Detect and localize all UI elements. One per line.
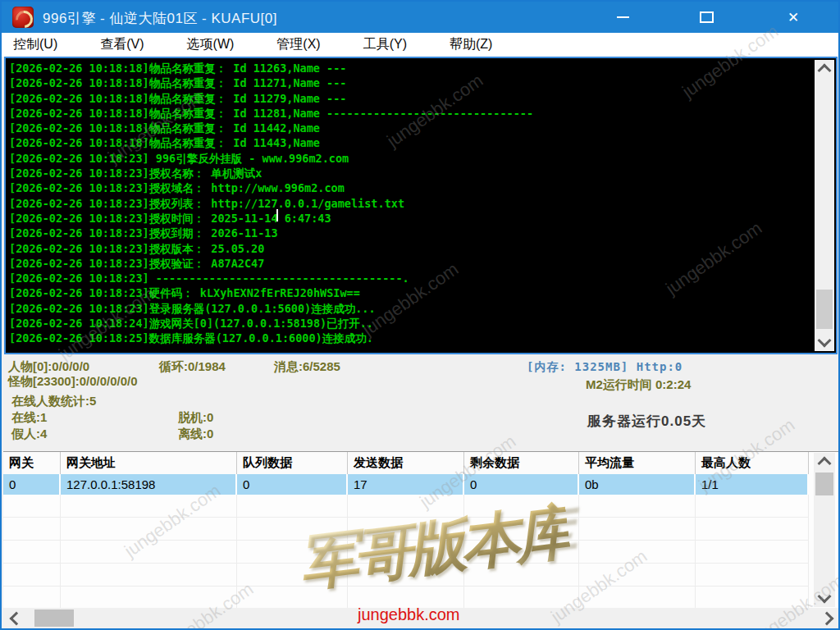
scroll-down-button[interactable] bbox=[815, 333, 834, 351]
status-monsters: 怪物[23300]:0/0/0/0/0/0 bbox=[8, 374, 138, 390]
maximize-icon bbox=[700, 11, 714, 23]
status-online-stats: 在线人数统计:5 bbox=[11, 394, 96, 409]
log-line: [2026-02-26 10:18:23]授权时间： 2025-11-14 6:… bbox=[9, 211, 813, 226]
table-scrollbar[interactable] bbox=[814, 453, 835, 607]
close-button[interactable]: ✕ bbox=[768, 2, 819, 33]
menu-options[interactable]: 选项(W) bbox=[187, 36, 235, 53]
status-characters: 人物[0]:0/0/0/0 bbox=[8, 359, 89, 375]
cell-sent-data: 17 bbox=[348, 474, 464, 495]
scroll-up-button[interactable] bbox=[815, 60, 834, 78]
logo-swirl-icon bbox=[12, 7, 37, 32]
log-line: [2026-02-26 10:18:18]物品名称重复： Id 11281,Na… bbox=[9, 106, 813, 121]
status-disconnected: 离线:0 bbox=[178, 427, 213, 442]
status-server-uptime: 服务器运行0.05天 bbox=[587, 412, 706, 431]
menu-tools[interactable]: 工具(Y) bbox=[363, 36, 407, 53]
chevron-left-icon bbox=[10, 611, 24, 625]
scroll-down-button[interactable] bbox=[814, 589, 835, 607]
status-bots: 假人:4 bbox=[11, 427, 47, 442]
chevron-down-icon bbox=[818, 590, 832, 604]
status-online: 在线:1 bbox=[11, 410, 47, 426]
log-line: [2026-02-26 10:18:25]数据库服务器(127.0.0.1:60… bbox=[9, 331, 813, 345]
status-memory-http: [内存: 1325MB] Http:0 bbox=[527, 360, 682, 375]
chevron-up-icon bbox=[818, 64, 832, 78]
close-icon: ✕ bbox=[788, 11, 799, 25]
cell-gateway: 0 bbox=[3, 474, 61, 495]
status-loop: 循环:0/1984 bbox=[159, 359, 226, 375]
log-line: [2026-02-26 10:18:23]授权域名： http://www.99… bbox=[9, 180, 813, 195]
chevron-up-icon bbox=[818, 457, 832, 471]
scroll-left-button[interactable] bbox=[5, 608, 25, 628]
log-line: [2026-02-26 10:18:18]物品名称重复： Id 11442,Na… bbox=[9, 121, 813, 135]
window-title: 996引擎 - 仙逆大陆01区 - KUAFU[0] bbox=[43, 9, 277, 28]
status-m2-runtime: M2运行时间 0:2:24 bbox=[586, 377, 691, 393]
status-panel: 人物[0]:0/0/0/0 循环:0/1984 消息:6/5285 [内存: 1… bbox=[3, 354, 840, 450]
console-log[interactable]: [2026-02-26 10:18:18]物品名称重复： Id 11263,Na… bbox=[4, 57, 838, 354]
col-max-players[interactable]: 最高人数 bbox=[696, 452, 809, 474]
text-caret bbox=[276, 209, 278, 221]
menu-help[interactable]: 帮助(Z) bbox=[450, 36, 492, 53]
title-bar[interactable]: 996引擎 - 仙逆大陆01区 - KUAFU[0] ✕ bbox=[2, 2, 838, 33]
status-messages: 消息:6/5285 bbox=[274, 359, 340, 375]
log-line: [2026-02-26 10:18:23]授权列表： http://127.0.… bbox=[9, 196, 813, 211]
app-window: 996引擎 - 仙逆大陆01区 - KUAFU[0] ✕ 控制(U) 查看(V)… bbox=[0, 0, 840, 630]
scrollbar-thumb[interactable] bbox=[34, 609, 74, 627]
scrollbar-thumb[interactable] bbox=[815, 472, 833, 495]
menu-bar: 控制(U) 查看(V) 选项(W) 管理(X) 工具(Y) 帮助(Z) bbox=[2, 33, 838, 57]
log-line: [2026-02-26 10:18:23] 996引擎反外挂版 - www.99… bbox=[9, 151, 813, 166]
cell-gateway-address: 127.0.0.1:58198 bbox=[61, 474, 237, 495]
col-average-flow[interactable]: 平均流量 bbox=[579, 452, 696, 474]
cell-queue-data: 0 bbox=[237, 474, 348, 495]
log-line: [2026-02-26 10:18:18]物品名称重复： Id 11263,Na… bbox=[9, 61, 813, 75]
chevron-down-icon bbox=[818, 334, 832, 348]
log-line: [2026-02-26 10:18:23]授权到期： 2026-11-13 bbox=[9, 226, 813, 240]
menu-view[interactable]: 查看(V) bbox=[100, 36, 144, 53]
table-row-selected[interactable]: 0 127.0.0.1:58198 0 17 0 0b 1/1 bbox=[3, 474, 809, 495]
minimize-icon bbox=[617, 16, 629, 18]
console-scrollbar[interactable] bbox=[815, 60, 834, 351]
log-line: [2026-02-26 10:18:23] ------------------… bbox=[9, 271, 813, 285]
menu-manage[interactable]: 管理(X) bbox=[276, 36, 320, 53]
log-line: [2026-02-26 10:18:24]游戏网关[0](127.0.0.1:5… bbox=[9, 316, 813, 331]
maximize-button[interactable] bbox=[681, 2, 732, 33]
scroll-right-button[interactable] bbox=[819, 608, 838, 628]
cell-average-flow: 0b bbox=[579, 474, 696, 495]
col-sent-data[interactable]: 发送数据 bbox=[348, 452, 464, 474]
log-line: [2026-02-26 10:18:23]授权名称： 单机测试x bbox=[9, 166, 813, 180]
log-line: [2026-02-26 10:18:23]登录服务器(127.0.0.1:560… bbox=[9, 301, 813, 316]
log-line: [2026-02-26 10:18:23]硬件码： kLXyhEXN2fErRE… bbox=[9, 285, 813, 300]
log-line: [2026-02-26 10:18:18]物品名称重复： Id 11279,Na… bbox=[9, 91, 813, 106]
table-header-row: 网关 网关地址 队列数据 发送数据 剩余数据 平均流量 最高人数 bbox=[3, 452, 809, 475]
status-afk: 脱机:0 bbox=[178, 410, 213, 426]
col-gateway-address[interactable]: 网关地址 bbox=[61, 452, 237, 474]
log-line: [2026-02-26 10:18:18]物品名称重复： Id 11443,Na… bbox=[9, 135, 813, 150]
cell-max-players: 1/1 bbox=[696, 474, 809, 495]
log-line: [2026-02-26 10:18:23]授权验证： A87A2C47 bbox=[9, 256, 813, 271]
col-remaining-data[interactable]: 剩余数据 bbox=[464, 452, 579, 474]
log-line: [2026-02-26 10:18:23]授权版本： 25.05.20 bbox=[9, 241, 813, 256]
menu-control[interactable]: 控制(U) bbox=[13, 36, 57, 53]
minimize-button[interactable] bbox=[597, 2, 648, 33]
scroll-up-button[interactable] bbox=[814, 453, 835, 471]
app-logo-icon bbox=[12, 7, 34, 28]
col-gateway[interactable]: 网关 bbox=[3, 452, 61, 474]
chevron-right-icon bbox=[820, 611, 834, 625]
site-link-text: jungebbk.com bbox=[358, 605, 460, 624]
cell-remaining-data: 0 bbox=[464, 474, 579, 495]
scrollbar-thumb[interactable] bbox=[816, 290, 833, 329]
col-queue-data[interactable]: 队列数据 bbox=[237, 452, 348, 474]
log-line: [2026-02-26 10:18:18]物品名称重复： Id 11271,Na… bbox=[9, 75, 813, 90]
console-lines: [2026-02-26 10:18:18]物品名称重复： Id 11263,Na… bbox=[9, 61, 813, 353]
